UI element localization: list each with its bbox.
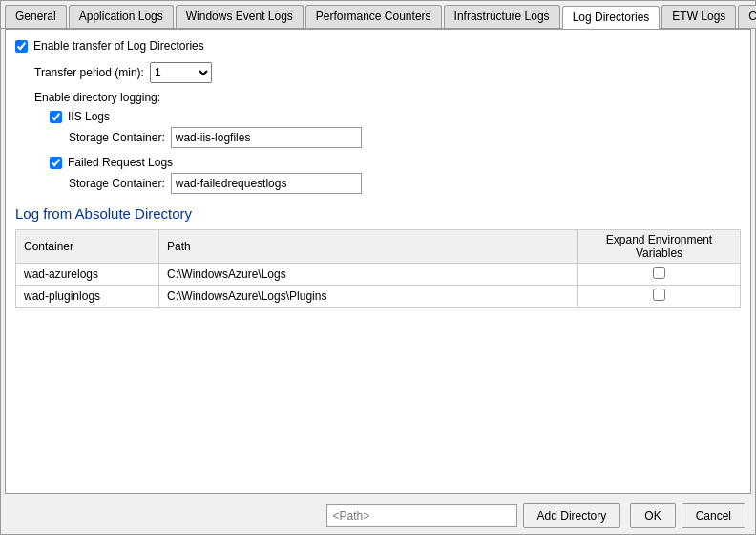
enable-transfer-label: Enable transfer of Log Directories [33, 39, 204, 53]
failed-storage-row: Storage Container: [69, 173, 741, 194]
iis-logs-section: IIS Logs Storage Container: [50, 110, 741, 148]
failed-storage-label: Storage Container: [69, 177, 165, 190]
expand-checkbox[interactable] [653, 267, 665, 279]
iis-storage-input[interactable] [171, 127, 362, 148]
dir-logging-label: Enable directory logging: [34, 91, 741, 104]
transfer-period-label: Transfer period (min): [34, 66, 144, 79]
table-row: wad-azurelogs C:\WindowsAzure\Logs [16, 264, 741, 286]
tab-performance-counters[interactable]: Performance Counters [305, 5, 442, 28]
failed-request-checkbox[interactable] [50, 157, 62, 169]
col-header-path: Path [159, 230, 578, 264]
tab-general[interactable]: General [5, 5, 67, 28]
tab-log-directories[interactable]: Log Directories [562, 6, 661, 29]
cell-path: C:\WindowsAzure\Logs [159, 264, 578, 286]
cell-expand [578, 286, 741, 308]
iis-storage-label: Storage Container: [69, 131, 165, 144]
table-row: wad-pluginlogs C:\WindowsAzure\Logs\Plug… [16, 286, 741, 308]
iis-logs-label: IIS Logs [68, 110, 110, 123]
tab-bar: General Application Logs Windows Event L… [1, 1, 755, 29]
failed-storage-input[interactable] [171, 173, 362, 194]
iis-logs-checkbox[interactable] [50, 111, 62, 123]
col-header-expand: Expand Environment Variables [578, 230, 741, 264]
iis-storage-row: Storage Container: [69, 127, 741, 148]
failed-request-header: Failed Request Logs [50, 156, 741, 169]
iis-logs-header: IIS Logs [50, 110, 741, 123]
col-header-container: Container [16, 230, 159, 264]
directory-table: Container Path Expand Environment Variab… [15, 229, 741, 308]
failed-request-label: Failed Request Logs [68, 156, 173, 169]
tab-crash-dumps[interactable]: Crash Dumps [738, 5, 756, 28]
add-directory-button[interactable]: Add Directory [523, 503, 621, 528]
transfer-period-row: Transfer period (min): 1 5 10 30 [34, 62, 741, 83]
bottom-bar: Add Directory OK Cancel [1, 498, 755, 534]
cell-expand [578, 264, 741, 286]
tab-application-logs[interactable]: Application Logs [69, 5, 174, 28]
tab-windows-event-logs[interactable]: Windows Event Logs [176, 5, 304, 28]
cell-container: wad-pluginlogs [16, 286, 159, 308]
failed-request-section: Failed Request Logs Storage Container: [50, 156, 741, 194]
ok-button[interactable]: OK [630, 503, 675, 528]
enable-transfer-checkbox[interactable] [15, 40, 28, 53]
main-window: General Application Logs Windows Event L… [0, 0, 756, 535]
expand-checkbox[interactable] [653, 289, 665, 301]
cell-path: C:\WindowsAzure\Logs\Plugins [159, 286, 578, 308]
cell-container: wad-azurelogs [16, 264, 159, 286]
enable-transfer-row: Enable transfer of Log Directories [15, 39, 741, 53]
transfer-period-select[interactable]: 1 5 10 30 [150, 62, 212, 83]
abs-dir-heading: Log from Absolute Directory [15, 205, 741, 222]
cancel-button[interactable]: Cancel [682, 503, 746, 528]
tab-etw-logs[interactable]: ETW Logs [662, 5, 736, 28]
content-panel: Enable transfer of Log Directories Trans… [5, 29, 751, 494]
tab-infrastructure-logs[interactable]: Infrastructure Logs [444, 5, 560, 28]
path-input[interactable] [326, 504, 517, 527]
